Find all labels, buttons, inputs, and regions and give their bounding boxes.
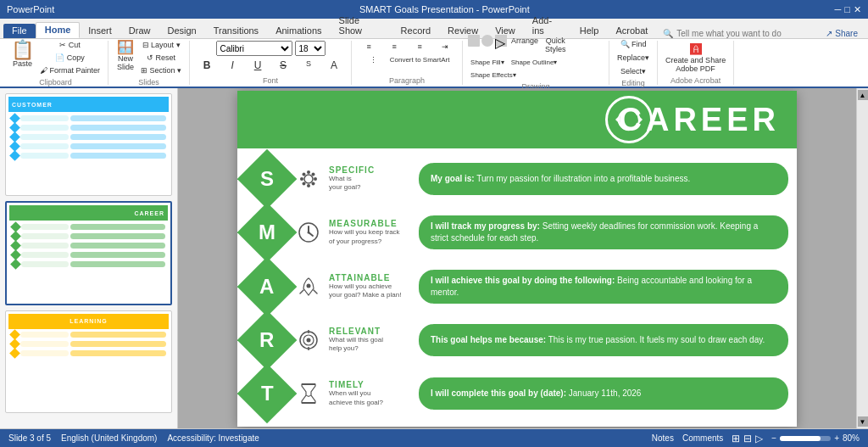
font-label: Font bbox=[263, 75, 278, 85]
font-color-button[interactable]: A bbox=[322, 58, 346, 73]
share-button[interactable]: ↗Share bbox=[819, 29, 865, 38]
label-specific-sub: What isyour goal? bbox=[329, 175, 414, 193]
notes-button[interactable]: Notes bbox=[652, 433, 674, 443]
app-area: 2 CUSTOMER bbox=[0, 88, 868, 428]
label-attainable-title: ATTAINABLE bbox=[329, 273, 414, 282]
slide-thumbnail-3[interactable]: 3 CAREER bbox=[5, 201, 172, 305]
tab-file[interactable]: File bbox=[3, 24, 36, 38]
icon-attainable bbox=[293, 275, 324, 299]
shape-oval[interactable] bbox=[481, 35, 493, 47]
tab-transitions[interactable]: Transitions bbox=[205, 24, 267, 38]
close-button[interactable]: ✕ bbox=[854, 4, 861, 15]
align-left-button[interactable]: ≡ bbox=[357, 41, 381, 53]
section-button[interactable]: ⊞ Section ▾ bbox=[138, 64, 184, 76]
cut-button[interactable]: ✂ Cut bbox=[37, 39, 103, 51]
right-scrollbar[interactable]: ▲ ▼ bbox=[856, 88, 868, 428]
zoom-in-button[interactable]: + bbox=[834, 433, 839, 443]
paste-button[interactable]: 📋Paste bbox=[8, 39, 36, 76]
reading-view-button[interactable]: ▷ bbox=[755, 433, 763, 444]
replace-button[interactable]: Replace▾ bbox=[615, 52, 652, 64]
tab-acrobat[interactable]: Acrobat bbox=[607, 24, 656, 38]
convert-smartart-button[interactable]: Convert to SmartArt bbox=[387, 54, 453, 66]
adobe-acrobat-group: 🅰Create and ShareAdobe PDF Adobe Acrobat bbox=[658, 41, 734, 85]
svg-point-16 bbox=[307, 283, 311, 288]
accessibility-indicator: Accessibility: Investigate bbox=[167, 433, 259, 443]
svg-point-5 bbox=[307, 184, 310, 187]
normal-view-button[interactable]: ⊞ bbox=[732, 433, 740, 444]
label-relevant-title: RELEVANT bbox=[329, 327, 414, 336]
letter-diamond-r: R bbox=[237, 310, 297, 371]
tab-insert[interactable]: Insert bbox=[80, 24, 120, 38]
paragraph-label: Paragraph bbox=[389, 75, 425, 85]
editing-group: 🔍 Find Replace▾ Select▾ Editing bbox=[609, 41, 658, 85]
shape-arrow[interactable]: ▷ bbox=[495, 35, 507, 47]
layout-button[interactable]: ⊟ Layout ▾ bbox=[138, 39, 184, 51]
label-timely: TIMELY When will youachieve this goal? bbox=[329, 380, 414, 407]
content-measurable-bold: I will track my progress by: bbox=[431, 221, 540, 231]
arrange-button[interactable]: Arrange bbox=[509, 35, 541, 55]
label-timely-title: TIMELY bbox=[329, 380, 414, 389]
zoom-slider[interactable] bbox=[780, 436, 831, 441]
status-bar: Slide 3 of 5 English (United Kingdom) Ac… bbox=[0, 428, 868, 447]
select-button[interactable]: Select▾ bbox=[615, 65, 652, 77]
text-direction-button[interactable]: ⇥ bbox=[433, 41, 457, 53]
align-right-button[interactable]: ≡ bbox=[408, 41, 431, 53]
align-center-button[interactable]: ≡ bbox=[382, 41, 406, 53]
format-painter-button[interactable]: 🖌 Format Painter bbox=[37, 64, 103, 76]
app-name: PowerPoint bbox=[7, 4, 54, 14]
clock-icon bbox=[297, 221, 320, 244]
content-specific: My goal is: Turn my passion for illustra… bbox=[419, 163, 788, 195]
tab-slideshow[interactable]: Slide Show bbox=[331, 14, 392, 38]
shape-rect[interactable] bbox=[468, 35, 480, 47]
columns-button[interactable]: ⋮ bbox=[362, 54, 386, 66]
search-input[interactable] bbox=[676, 29, 812, 38]
ribbon-tabs-area: File Home Insert Draw Design Transitions… bbox=[0, 19, 868, 39]
quick-styles-button[interactable]: QuickStyles bbox=[542, 35, 569, 55]
find-button[interactable]: 🔍 Find bbox=[615, 38, 652, 50]
scroll-down-button[interactable]: ▼ bbox=[858, 416, 868, 427]
font-size-select[interactable]: 18 bbox=[295, 41, 326, 56]
font-family-select[interactable]: Calibri bbox=[216, 41, 292, 56]
zoom-out-button[interactable]: − bbox=[771, 433, 776, 443]
new-slide-button[interactable]: 🪟NewSlide bbox=[114, 39, 137, 76]
italic-button[interactable]: I bbox=[220, 58, 244, 73]
slide-thumbnail-2[interactable]: 2 CUSTOMER bbox=[5, 93, 172, 196]
tab-record[interactable]: Record bbox=[392, 24, 439, 38]
tab-home[interactable]: Home bbox=[36, 22, 81, 38]
slide-thumbnail-4[interactable]: 4 LEARNING bbox=[5, 310, 172, 413]
tab-draw[interactable]: Draw bbox=[120, 24, 159, 38]
letter-diamond-s: S bbox=[237, 148, 297, 209]
icon-measurable bbox=[293, 221, 324, 244]
label-timely-sub: When will youachieve this goal? bbox=[329, 389, 414, 407]
smart-row-m: M MEASURABLE How will you keep trackof y… bbox=[246, 207, 788, 258]
create-share-pdf-button[interactable]: 🅰Create and ShareAdobe PDF bbox=[663, 41, 728, 75]
svg-point-19 bbox=[307, 338, 311, 342]
tab-animations[interactable]: Animations bbox=[267, 24, 330, 38]
shape-fill-button[interactable]: Shape Fill▾ bbox=[468, 57, 507, 68]
ribbon-body: 📋Paste ✂ Cut 📄 Copy 🖌 Format Painter Cli… bbox=[0, 39, 868, 88]
content-specific-bold: My goal is: bbox=[431, 174, 475, 183]
language-indicator: English (United Kingdom) bbox=[61, 433, 157, 443]
minimize-button[interactable]: ─ bbox=[835, 4, 842, 15]
strikethrough-button[interactable]: S bbox=[271, 58, 295, 73]
slide-sorter-button[interactable]: ⊟ bbox=[743, 433, 752, 444]
adobe-acrobat-label: Adobe Acrobat bbox=[670, 75, 721, 85]
svg-point-8 bbox=[303, 172, 306, 176]
tab-design[interactable]: Design bbox=[159, 24, 204, 38]
shape-outline-button[interactable]: Shape Outline▾ bbox=[509, 57, 560, 68]
bold-button[interactable]: B bbox=[195, 58, 219, 73]
paragraph-group: ≡ ≡ ≡ ⇥ ⋮ Convert to SmartArt Paragraph bbox=[352, 41, 463, 85]
copy-button[interactable]: 📄 Copy bbox=[37, 52, 103, 64]
smart-row-a: A ATTAINABLE How will you achieveyour go… bbox=[246, 260, 788, 311]
underline-button[interactable]: U bbox=[246, 58, 270, 73]
content-measurable: I will track my progress by: Setting wee… bbox=[419, 215, 788, 249]
reset-button[interactable]: ↺ Reset bbox=[138, 52, 184, 64]
maximize-button[interactable]: □ bbox=[844, 4, 850, 15]
scroll-up-button[interactable]: ▲ bbox=[858, 90, 868, 100]
shadow-button[interactable]: S bbox=[297, 58, 320, 73]
letter-diamond-t: T bbox=[237, 364, 297, 424]
content-specific-text: Turn my passion for illustration into a … bbox=[475, 174, 691, 183]
comments-button[interactable]: Comments bbox=[682, 433, 723, 443]
letter-m: M bbox=[259, 221, 275, 244]
shape-effects-button[interactable]: Shape Effects▾ bbox=[468, 70, 519, 81]
